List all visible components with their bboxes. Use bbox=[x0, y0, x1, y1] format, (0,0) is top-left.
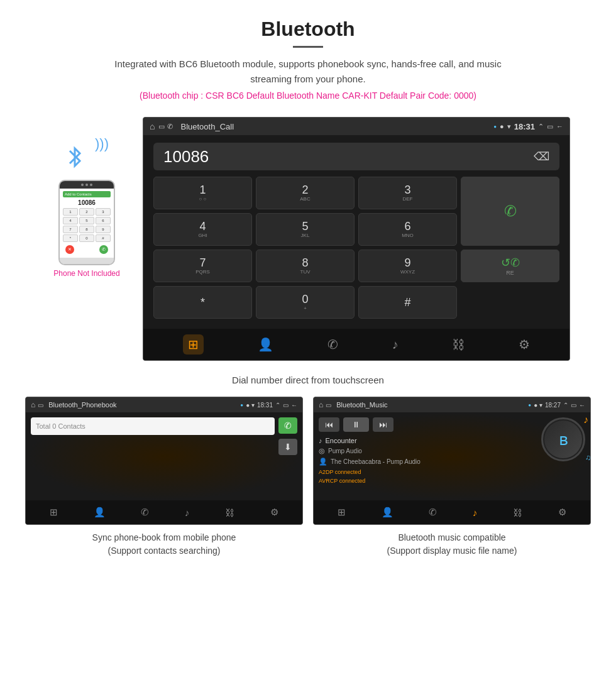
phonebook-screen-wrap: ⌂ ▭ Bluetooth_Phonebook ● ● ▾ 18:31 ⌃ ▭ … bbox=[25, 397, 303, 560]
key-1[interactable]: 1 ○ ○ bbox=[153, 177, 252, 209]
wifi-signal-icon: ))) bbox=[95, 136, 109, 152]
call-log-icon-music[interactable]: ✆ bbox=[429, 507, 437, 518]
key-star[interactable]: * bbox=[153, 286, 252, 319]
key-4[interactable]: 4 GHI bbox=[153, 213, 252, 246]
dialpad-tab[interactable]: ⊞ bbox=[183, 334, 204, 355]
key-0[interactable]: 0 + bbox=[256, 286, 355, 319]
link-icon-pb[interactable]: ⛓ bbox=[225, 507, 234, 518]
settings-icon-pb[interactable]: ⚙ bbox=[270, 507, 278, 518]
phonebook-download-button[interactable]: ⬇ bbox=[278, 439, 297, 455]
window-pb: ▭ bbox=[283, 402, 289, 409]
play-pause-button[interactable]: ⏸ bbox=[343, 417, 369, 432]
status-time: 18:31 bbox=[514, 122, 535, 131]
phone-key-1[interactable]: 1 bbox=[63, 208, 78, 216]
music-icon-music[interactable]: ♪ bbox=[473, 507, 478, 518]
phonebook-status-title: Bluetooth_Phonebook bbox=[48, 401, 238, 409]
phone-key-7[interactable]: 7 bbox=[63, 226, 78, 233]
phone-call-button[interactable]: ✆ bbox=[99, 245, 108, 254]
call-log-tab[interactable]: ✆ bbox=[327, 337, 338, 352]
phone-key-2[interactable]: 2 bbox=[79, 208, 94, 216]
phone-screen: Add to Contacts 10086 1 2 3 4 5 6 7 8 9 … bbox=[60, 189, 114, 258]
forward-button[interactable]: ⏭ bbox=[373, 417, 393, 432]
window-icon: ▭ bbox=[547, 123, 553, 131]
key-3[interactable]: 3 DEF bbox=[358, 177, 457, 209]
link-icon-music[interactable]: ⛓ bbox=[513, 507, 522, 518]
phone-key-9[interactable]: 9 bbox=[96, 226, 111, 233]
dialpad-icon-pb[interactable]: ⊞ bbox=[50, 507, 58, 518]
phone-key-4[interactable]: 4 bbox=[63, 217, 78, 224]
key-letters: + bbox=[304, 305, 307, 311]
call-button[interactable]: ✆ bbox=[461, 177, 559, 246]
music-caption: Bluetooth music compatible (Support disp… bbox=[387, 525, 517, 560]
key-9[interactable]: 9 WXYZ bbox=[358, 250, 457, 282]
window-music: ▭ bbox=[571, 402, 576, 409]
contacts-icon-music[interactable]: 👤 bbox=[382, 507, 393, 518]
phone-key-5[interactable]: 5 bbox=[79, 217, 94, 224]
key-letters: GHI bbox=[198, 233, 207, 238]
phone-keypad: 1 2 3 4 5 6 7 8 9 * 0 # bbox=[63, 208, 111, 242]
phone-end-button[interactable]: ✕ bbox=[65, 245, 74, 254]
back-music[interactable]: ← bbox=[579, 402, 585, 409]
signal-dots-pb: ● ▾ bbox=[246, 402, 255, 409]
music-screen-wrap: ⌂ ▭ Bluetooth_Music ● ● ▾ 18:27 ⌃ ▭ ← ⏮ … bbox=[313, 397, 591, 560]
bluetooth-icon-wrapper: ))) bbox=[65, 136, 109, 173]
key-num: 9 bbox=[404, 257, 410, 268]
phone-key-3[interactable]: 3 bbox=[96, 208, 111, 216]
contacts-icon-pb[interactable]: 👤 bbox=[94, 507, 106, 518]
phone-key-8[interactable]: 8 bbox=[79, 226, 94, 233]
phone-key-6[interactable]: 6 bbox=[96, 217, 111, 224]
phone-key-hash[interactable]: # bbox=[96, 234, 111, 242]
status-icons-left: ▭ ✆ bbox=[158, 123, 173, 131]
back-icon[interactable]: ← bbox=[556, 123, 563, 130]
key-2[interactable]: 2 ABC bbox=[256, 177, 355, 209]
key-7[interactable]: 7 PQRS bbox=[153, 250, 252, 282]
contacts-tab[interactable]: 👤 bbox=[258, 337, 273, 352]
redial-icon: ↺✆ bbox=[501, 256, 520, 270]
phonebook-call-button[interactable]: ✆ bbox=[278, 417, 297, 434]
key-letters: ABC bbox=[300, 196, 310, 202]
back-pb[interactable]: ← bbox=[291, 402, 297, 409]
phone-not-included-label: Phone Not Included bbox=[53, 269, 119, 278]
key-letters: DEF bbox=[403, 196, 413, 202]
key-num: 5 bbox=[302, 221, 308, 232]
android-dial-screen: ⌂ ▭ ✆ Bluetooth_Call ● ● ▾ 18:31 ⌃ ▭ ← 1… bbox=[143, 117, 570, 361]
phonebook-caption-line1: Sync phone-book from mobile phone bbox=[92, 532, 236, 542]
signal-dots-music: ● ▾ bbox=[534, 402, 542, 409]
music-status-title: Bluetooth_Music bbox=[336, 401, 525, 409]
rewind-button[interactable]: ⏮ bbox=[319, 417, 339, 432]
settings-tab[interactable]: ⚙ bbox=[519, 337, 530, 352]
home-icon[interactable]: ⌂ bbox=[150, 121, 155, 131]
phonebook-bottom-bar: ⊞ 👤 ✆ ♪ ⛓ ⚙ bbox=[26, 500, 302, 524]
home-icon-music[interactable]: ⌂ bbox=[319, 400, 323, 409]
contacts-count-label: Total 0 Contacts bbox=[36, 422, 85, 430]
call-log-icon-pb[interactable]: ✆ bbox=[141, 507, 149, 518]
key-5[interactable]: 5 JKL bbox=[256, 213, 355, 246]
home-icon-pb[interactable]: ⌂ bbox=[31, 400, 35, 409]
avrcp-status: AVRCP connected bbox=[319, 477, 536, 486]
time-music: 18:27 bbox=[545, 402, 561, 409]
album-name: Pump Audio bbox=[328, 448, 362, 454]
phone-top-bar bbox=[60, 181, 114, 189]
phone-key-star[interactable]: * bbox=[63, 234, 78, 242]
link-tab[interactable]: ⛓ bbox=[452, 338, 465, 352]
backspace-button[interactable]: ⌫ bbox=[534, 150, 549, 163]
key-8[interactable]: 8 TUV bbox=[256, 250, 355, 282]
music-icon-pb[interactable]: ♪ bbox=[185, 507, 190, 518]
bluetooth-art-icon: ʙ bbox=[559, 430, 568, 449]
phonebook-search-bar[interactable]: Total 0 Contacts bbox=[31, 417, 275, 435]
settings-icon-music[interactable]: ⚙ bbox=[558, 507, 566, 518]
music-tab[interactable]: ♪ bbox=[392, 338, 398, 352]
dial-status-title: Bluetooth_Call bbox=[180, 122, 490, 131]
dialpad-icon-music[interactable]: ⊞ bbox=[338, 507, 346, 518]
redial-button[interactable]: ↺✆ RE bbox=[461, 250, 559, 282]
image-icon: ▭ bbox=[158, 123, 165, 131]
phonebook-android-screen: ⌂ ▭ Bluetooth_Phonebook ● ● ▾ 18:31 ⌃ ▭ … bbox=[25, 397, 303, 525]
keypad-grid: 1 ○ ○ 2 ABC 3 DEF ✆ 4 GHI bbox=[153, 177, 559, 319]
page-title: Bluetooth bbox=[0, 18, 616, 41]
phone-key-0[interactable]: 0 bbox=[79, 234, 94, 242]
key-hash[interactable]: # bbox=[358, 286, 457, 319]
track-name-row: ♪ Encounter bbox=[319, 437, 536, 444]
key-6[interactable]: 6 MNO bbox=[358, 213, 457, 246]
status-icons-right: ● ● ▾ 18:31 ⌃ ▭ ← bbox=[493, 122, 563, 131]
music-note-icon: ♪ bbox=[319, 437, 322, 444]
